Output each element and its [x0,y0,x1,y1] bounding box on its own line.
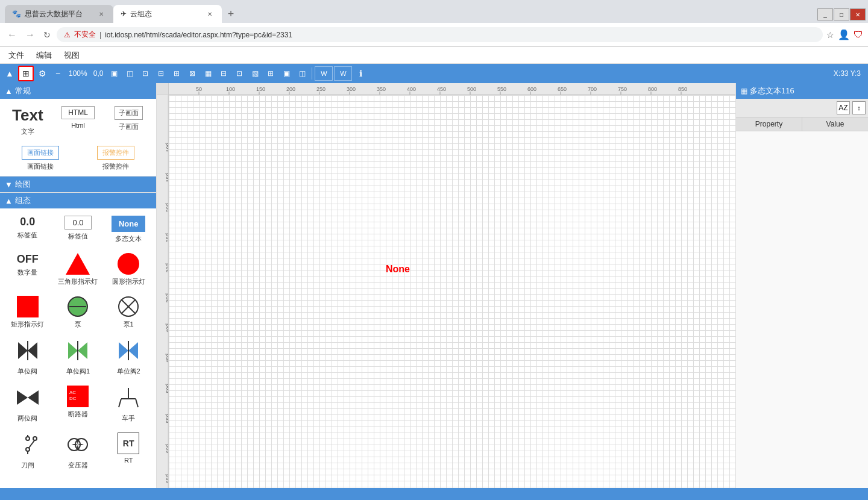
svg-text:450: 450 [165,354,169,363]
comp-switch[interactable]: 刀闸 [5,430,51,472]
minimize-button[interactable]: _ [817,8,833,20]
comp-two-valve[interactable]: 两位阀 [5,383,51,425]
tool-t8[interactable]: ⊟ [216,66,231,81]
tool-t6[interactable]: ⊠ [185,66,200,81]
comp-breaker[interactable]: AC DC 断路器 [55,383,101,421]
security-warning-icon: ⚠ [64,31,71,39]
comp-screenlink[interactable]: 画面链接 画面链接 [5,143,75,173]
tab-active[interactable]: ✈ 云组态 ✕ [113,5,222,23]
comp-html-btn[interactable]: HTML [61,106,95,119]
comp-subscreen[interactable]: 子画面 子画面 [105,104,151,134]
comp-triangle-light[interactable]: 三角形指示灯 [55,251,101,289]
comp-digital-qty[interactable]: OFF 数字量 [5,251,51,280]
pump-label: 泵 [75,320,81,329]
comp-alarm[interactable]: 报警控件 报警控件 [81,143,151,173]
comp-rect-light[interactable]: 矩形指示灯 [5,293,51,331]
comp-tag-analog[interactable]: 0.0 标签值 [5,213,51,242]
svg-text:150: 150 [256,86,265,92]
tool-t2[interactable]: ◫ [122,66,137,81]
svg-line-22 [136,399,138,407]
comp-valve3[interactable]: 单位阀2 [105,336,151,378]
section-state-arrow: ▲ [5,196,13,205]
maximize-button[interactable]: □ [834,8,849,20]
comp-alarm-btn[interactable]: 报警控件 [97,146,134,160]
canvas-area[interactable]: 50 100 150 200 250 300 350 400 450 500 5… [157,83,735,488]
comp-pump1[interactable]: 泵1 [105,293,151,331]
tool-t10[interactable]: ▧ [248,66,262,81]
tool-t12[interactable]: ▣ [279,66,294,81]
tool-t11[interactable]: ⊞ [263,66,278,81]
account-button[interactable]: 👤 [838,29,850,40]
tool-select[interactable]: ▲ [2,66,17,81]
close-button[interactable]: ✕ [850,8,866,20]
address-text[interactable]: iot.idosp.net/html/scada/editor.aspx.htm… [105,31,816,39]
section-common-header[interactable]: ▲ 常规 [0,83,156,99]
comp-pump[interactable]: 泵 [55,293,101,331]
reload-button[interactable]: ↻ [41,29,53,41]
svg-text:100: 100 [165,143,169,152]
tool-t3[interactable]: ⊡ [138,66,153,81]
tool-settings[interactable]: ⚙ [35,66,49,81]
svg-text:AC: AC [69,390,76,395]
breaker-icon: AC DC [67,386,89,407]
tab1-close[interactable]: ✕ [96,9,106,19]
svg-text:550: 550 [497,86,506,92]
back-button[interactable]: ← [5,28,19,42]
prop-col-property: Property [736,117,802,131]
section-drawing-arrow: ▼ [5,180,13,189]
tab-inactive[interactable]: 🐾 思普云大数据平台 ✕ [5,5,113,23]
menu-edit[interactable]: 编辑 [33,49,55,62]
comp-valve1[interactable]: 单位阀 [5,336,51,378]
forward-button[interactable]: → [23,28,37,42]
sort-12-button[interactable]: ↕ [852,101,866,114]
comp-transformer[interactable]: 变压器 [55,430,101,472]
section-common-arrow: ▲ [5,87,13,96]
svg-text:150: 150 [165,173,169,182]
comp-sub-label: 子画面 [119,122,139,131]
section-drawing-header[interactable]: ▼ 绘图 [0,177,156,192]
zoom-offset: 0,0 [91,69,106,78]
grid-canvas[interactable]: None [169,95,735,488]
comp-tag-digital[interactable]: 0.0 标签值 [55,213,101,243]
extension-button[interactable]: 🛡 [854,30,863,40]
bookmark-button[interactable]: ☆ [826,30,834,40]
tab2-close[interactable]: ✕ [205,9,215,19]
ruler-corner [157,83,169,95]
pump-icon [67,296,89,317]
comp-html[interactable]: HTML Html [55,104,101,131]
comp-alarm-label: 报警控件 [102,162,129,171]
comp-link-btn[interactable]: 画面链接 [22,146,59,160]
tool-t13[interactable]: ◫ [295,66,309,81]
tool-zoomout[interactable]: − [51,66,65,81]
sort-az-button[interactable]: AZ [837,101,850,114]
svg-marker-11 [119,342,128,359]
comp-text[interactable]: Text 文字 [5,104,51,139]
comp-link-label: 画面链接 [27,162,54,171]
section-drawing-label: 绘图 [15,179,31,190]
tool-t7[interactable]: ▦ [201,66,215,81]
menu-view[interactable]: 视图 [60,49,83,62]
comp-circle-light[interactable]: 圆形指示灯 [105,251,151,289]
valve3-label: 单位阀2 [117,367,140,376]
comp-valve2[interactable]: 单位阀1 [55,336,101,378]
section-state-header[interactable]: ▲ 组态 [0,193,156,208]
tool-help[interactable]: ℹ [353,66,368,81]
tool-t1[interactable]: ▣ [107,66,121,81]
svg-text:600: 600 [527,86,536,92]
menu-file[interactable]: 文件 [5,49,28,62]
comp-car[interactable]: 车手 [105,383,151,425]
new-tab-button[interactable]: + [222,5,240,23]
svg-text:500: 500 [165,384,169,393]
comp-sub-btn[interactable]: 子画面 [115,106,143,120]
tool-t9[interactable]: ⊡ [232,66,247,81]
tool-t4[interactable]: ⊟ [154,66,168,81]
tool-component[interactable]: ⊞ [18,66,34,81]
tool-w1[interactable]: W [315,66,333,81]
tab1-favicon: 🐾 [12,10,21,18]
comp-rt[interactable]: RT RT [105,430,151,466]
tool-t5[interactable]: ⊞ [169,66,184,81]
comp-multistate[interactable]: None 多态文本 [105,213,151,246]
app-toolbar: ▲ ⊞ ⚙ − 100% 0,0 ▣ ◫ ⊡ ⊟ ⊞ ⊠ ▦ ⊟ ⊡ ▧ ⊞ ▣… [0,64,868,83]
browser-chrome: 🐾 思普云大数据平台 ✕ ✈ 云组态 ✕ + _ □ ✕ ← → ↻ ⚠ 不安全… [0,0,868,64]
tool-w2[interactable]: W [334,66,352,81]
